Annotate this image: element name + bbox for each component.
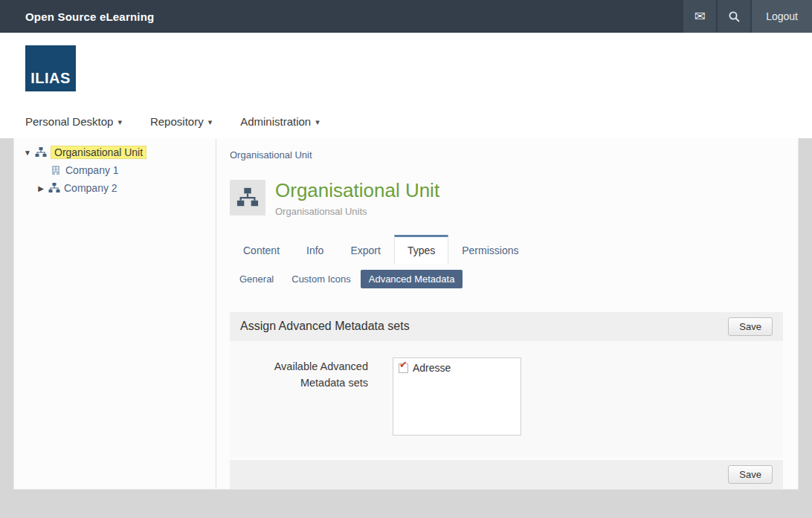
metadata-set-option[interactable]: ✔ Adresse	[399, 362, 515, 374]
checkmark-icon: ✔	[399, 360, 407, 369]
assign-metadata-panel: Assign Advanced Metadata sets Save Avail…	[230, 312, 783, 489]
tree-row-company-1: Company 1	[14, 161, 216, 179]
page-body: ▼ Organisational Unit	[0, 138, 812, 490]
tree-row-company-2: ▶ Company 2	[14, 179, 216, 197]
tree-item-organisational-unit[interactable]: Organisational Unit	[51, 146, 146, 159]
title-texts: Organisational Unit Organisationsal Unit…	[275, 180, 439, 217]
subtab-general[interactable]: General	[231, 270, 282, 288]
tree-row-organisational-unit: ▼ Organisational Unit	[14, 143, 216, 161]
panel-title: Assign Advanced Metadata sets	[240, 320, 410, 333]
tree-item-company-1[interactable]: Company 1	[65, 164, 119, 176]
title-block: Organisational Unit Organisationsal Unit…	[230, 180, 783, 217]
panel-header: Assign Advanced Metadata sets Save	[230, 312, 783, 341]
main-content: Organisational Unit Organisational Unit …	[216, 138, 798, 489]
subtab-bar: General Custom Icons Advanced Metadata	[230, 270, 783, 288]
subtab-custom-icons[interactable]: Custom Icons	[283, 270, 358, 288]
header: ILIAS	[0, 33, 812, 104]
category-icon	[50, 164, 62, 176]
top-bar: Open Source eLearning ✉ Logout	[0, 0, 812, 33]
tab-export[interactable]: Export	[337, 235, 393, 264]
checkbox-adresse[interactable]: ✔	[399, 363, 408, 373]
page-subtitle: Organisationsal Units	[275, 206, 439, 217]
breadcrumb[interactable]: Organisational Unit	[230, 149, 312, 161]
panel-footer: Save	[230, 460, 783, 489]
tab-types[interactable]: Types	[394, 235, 448, 264]
search-icon	[728, 10, 741, 23]
chevron-down-icon: ▾	[315, 116, 320, 127]
content-card: ▼ Organisational Unit	[13, 138, 799, 490]
orgunit-icon	[35, 146, 47, 158]
tab-info[interactable]: Info	[293, 235, 337, 264]
ilias-logo-text: ILIAS	[30, 70, 71, 91]
page-title: Organisational Unit	[275, 180, 439, 202]
mail-button[interactable]: ✉	[683, 0, 716, 33]
nav-repository[interactable]: Repository ▾	[150, 115, 212, 128]
nav-label: Personal Desktop	[25, 115, 113, 128]
panel-body: Available Advanced Metadata sets ✔ Adres…	[230, 341, 783, 458]
mail-icon: ✉	[695, 8, 706, 25]
ilias-logo[interactable]: ILIAS	[25, 45, 76, 91]
logout-button[interactable]: Logout	[752, 0, 812, 33]
tab-content[interactable]: Content	[230, 235, 293, 264]
search-button[interactable]	[718, 0, 750, 33]
metadata-set-listbox: ✔ Adresse	[393, 357, 521, 436]
expand-icon[interactable]: ▶	[35, 184, 47, 192]
nav-label: Administration	[240, 115, 311, 128]
subtab-advanced-metadata[interactable]: Advanced Metadata	[361, 270, 463, 288]
tree-item-company-2[interactable]: Company 2	[64, 182, 117, 194]
nav-personal-desktop[interactable]: Personal Desktop ▾	[25, 115, 122, 128]
orgunit-object-icon	[230, 180, 265, 216]
tab-bar: Content Info Export Types Permissions	[230, 235, 783, 264]
chevron-down-icon: ▾	[208, 116, 213, 127]
nav-administration[interactable]: Administration ▾	[240, 115, 320, 128]
tree-panel: ▼ Organisational Unit	[14, 138, 216, 489]
save-button-top[interactable]: Save	[728, 317, 773, 336]
main-nav: Personal Desktop ▾ Repository ▾ Administ…	[0, 104, 812, 138]
save-button-bottom[interactable]: Save	[728, 465, 773, 484]
app-title: Open Source eLearning	[0, 10, 682, 23]
chevron-down-icon: ▾	[117, 116, 122, 127]
nav-label: Repository	[150, 115, 204, 128]
orgunit-icon	[48, 182, 60, 194]
topbar-actions: ✉ Logout	[682, 0, 812, 33]
collapse-icon[interactable]: ▼	[22, 149, 33, 157]
checkbox-label: Adresse	[413, 362, 451, 374]
field-label: Available Advanced Metadata sets	[240, 357, 368, 436]
tab-permissions[interactable]: Permissions	[448, 235, 532, 264]
